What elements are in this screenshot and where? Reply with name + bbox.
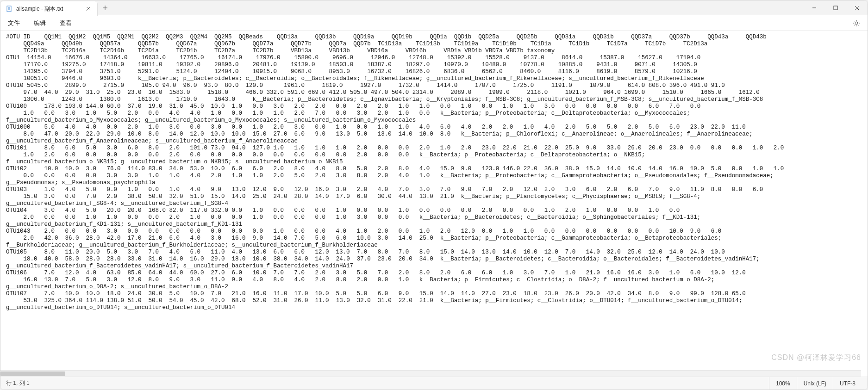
scrollbar-thumb[interactable]	[0, 371, 65, 376]
menu-file[interactable]: 文件	[5, 17, 23, 29]
maximize-button[interactable]	[825, 0, 846, 15]
new-tab-button[interactable]	[98, 0, 112, 15]
close-window-button[interactable]	[846, 0, 868, 15]
tab-title: allsample - 副本.txt	[16, 5, 81, 13]
menu-edit[interactable]: 编辑	[31, 17, 49, 29]
svg-rect-0	[7, 6, 11, 12]
titlebar: allsample - 副本.txt	[0, 0, 868, 15]
maximize-icon	[833, 6, 838, 10]
minimize-icon	[812, 6, 817, 10]
menubar: 文件 编辑 查看	[0, 15, 868, 31]
status-eol[interactable]: Unix (LF)	[797, 377, 833, 390]
window-controls	[804, 0, 868, 15]
svg-line-18	[858, 25, 859, 25]
horizontal-scrollbar[interactable]	[0, 370, 861, 377]
window: allsample - 副本.txt 文件 编辑 查看 #	[0, 0, 868, 390]
status-encoding[interactable]: UTF-8	[833, 377, 862, 390]
plus-icon	[102, 5, 108, 11]
status-cursor: 行 1, 列 1	[6, 379, 769, 387]
file-tab[interactable]: allsample - 副本.txt	[0, 1, 98, 16]
gear-icon	[853, 19, 860, 27]
menu-view[interactable]: 查看	[57, 17, 75, 29]
status-zoom[interactable]: 100%	[769, 377, 797, 390]
close-tab-icon[interactable]	[85, 6, 92, 12]
svg-line-17	[854, 21, 855, 22]
svg-line-19	[854, 25, 855, 25]
statusbar: 行 1, 列 1 100% Unix (LF) UTF-8	[0, 377, 868, 390]
svg-rect-9	[834, 6, 837, 10]
notepad-file-icon	[6, 6, 12, 12]
svg-point-12	[855, 22, 858, 25]
settings-button[interactable]	[850, 18, 863, 29]
text-content[interactable]: #OTU ID QQ1M1 QQ1M2 QQ1M5 QQ2M1 QQ2M2 QQ…	[0, 31, 868, 377]
svg-line-20	[858, 21, 859, 22]
minimize-button[interactable]	[804, 0, 825, 15]
editor-area: #OTU ID QQ1M1 QQ1M2 QQ1M5 QQ2M1 QQ2M2 QQ…	[0, 31, 868, 377]
close-icon	[855, 6, 859, 10]
